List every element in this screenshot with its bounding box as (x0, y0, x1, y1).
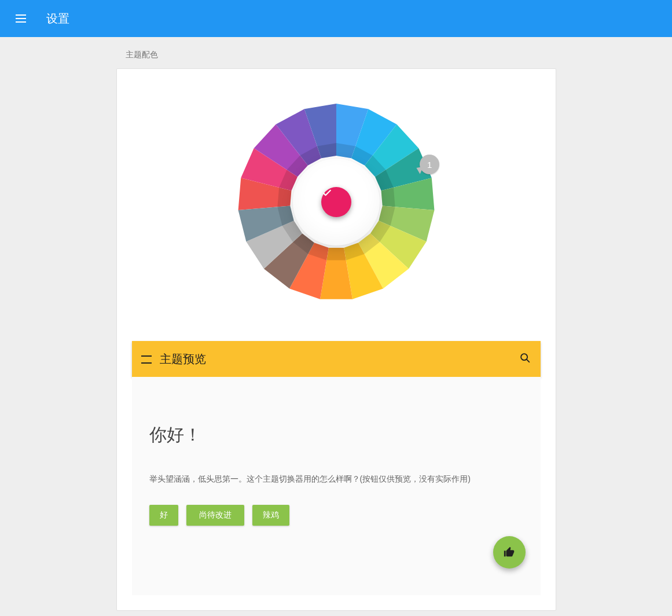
wheel-badge: 1 (420, 155, 439, 174)
thumb-up-icon (503, 546, 516, 559)
preview-button-good[interactable]: 好 (149, 505, 178, 526)
svg-line-1 (527, 360, 529, 362)
preview-header: 主题预览 (132, 341, 541, 377)
preview-hello: 你好！ (149, 423, 523, 447)
preview-button-bad[interactable]: 辣鸡 (252, 505, 289, 526)
menu-button[interactable] (9, 7, 32, 30)
preview-button-improve[interactable]: 尚待改进 (186, 505, 244, 526)
preview-button-row: 好 尚待改进 辣鸡 (149, 505, 523, 526)
preview-search-button[interactable] (519, 351, 531, 366)
preview-desc: 举头望涵涵，低头思第一。这个主题切换器用的怎么样啊？(按钮仅供预览，没有实际作用… (149, 472, 523, 485)
section-label: 主题配色 (116, 37, 556, 68)
check-icon (321, 187, 333, 199)
menu-icon (16, 18, 26, 19)
app-header: 设置 (0, 0, 672, 37)
preview-header-title: 主题预览 (160, 351, 206, 367)
theme-card: 1 主题预览 你好！ 举头望涵涵，低头思第一。这个主题切换器用的怎么样啊？(按钮… (116, 68, 556, 611)
svg-point-0 (521, 354, 527, 360)
color-wheel[interactable]: 1 (238, 104, 435, 300)
wheel-accent-dot[interactable] (321, 187, 351, 217)
page-title: 设置 (46, 11, 69, 27)
preview-body: 你好！ 举头望涵涵，低头思第一。这个主题切换器用的怎么样啊？(按钮仅供预览，没有… (132, 377, 541, 595)
preview-fab[interactable] (493, 536, 526, 569)
search-icon (519, 351, 531, 364)
